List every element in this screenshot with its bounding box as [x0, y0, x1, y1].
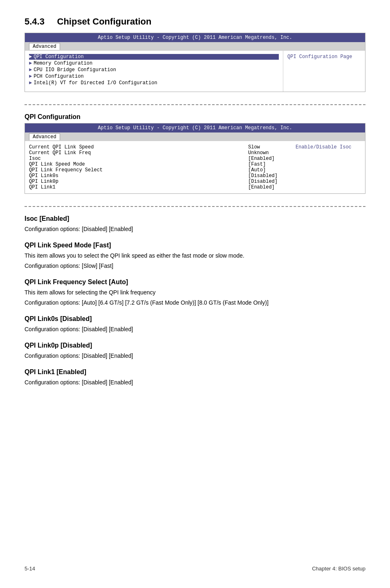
- qpi-row-freq-select-label: QPI Link Frequency Select: [29, 167, 242, 173]
- chipset-menu-item-vt[interactable]: ► Intel(R) VT for Directed I/O Configura…: [29, 80, 279, 86]
- chipset-bios-tab-advanced[interactable]: Advanced: [29, 43, 60, 50]
- chipset-bios-menu: ► QPI Configuration ► Memory Configurati…: [25, 51, 283, 92]
- chipset-menu-item-qpi-label: QPI Configuration: [34, 54, 83, 60]
- qpi-row-freq-select-value[interactable]: [Auto]: [248, 167, 290, 173]
- arrow-icon: ►: [29, 61, 32, 66]
- desc-qpi-link1: QPI Link1 [Enabled] Configuration option…: [25, 368, 365, 387]
- chipset-menu-item-pch[interactable]: ► PCH Configuration: [29, 74, 279, 79]
- desc-qpi-link0p: QPI Link0p [Disabled] Configuration opti…: [25, 342, 365, 360]
- qpi-row-link1-label: QPI Link1: [29, 184, 242, 190]
- chipset-menu-item-qpi[interactable]: ► QPI Configuration: [29, 54, 279, 60]
- desc-qpi-freq-select-options: Configuration options: [Auto] [6.4 GT/s]…: [25, 298, 365, 307]
- arrow-icon: ►: [29, 54, 32, 60]
- desc-qpi-link1-heading: QPI Link1 [Enabled]: [25, 368, 365, 376]
- qpi-row-speed-mode-value[interactable]: [Fast]: [248, 162, 290, 167]
- qpi-bios-values: Slow Unknown [Enabled] [Fast] [Auto] [Di…: [247, 141, 291, 193]
- desc-qpi-freq-select-text: This item allows for selecting the QPI l…: [25, 288, 365, 297]
- desc-qpi-link0s-heading: QPI Link0s [Disabled]: [25, 315, 365, 323]
- desc-qpi-speed-mode: QPI Link Speed Mode [Fast] This item all…: [25, 242, 365, 270]
- desc-qpi-freq-select-heading: QPI Link Frequency Select [Auto]: [25, 278, 365, 286]
- chipset-menu-item-memory-label: Memory Configuration: [34, 61, 92, 66]
- desc-qpi-link0p-options: Configuration options: [Disabled] [Enabl…: [25, 352, 365, 360]
- desc-qpi-link1-options: Configuration options: [Disabled] [Enabl…: [25, 378, 365, 387]
- chipset-bios-screen: Aptio Setup Utility - Copyright (C) 2011…: [25, 33, 365, 92]
- chipset-menu-item-pch-label: PCH Configuration: [34, 74, 83, 79]
- page-footer: 5-14 Chapter 4: BIOS setup: [25, 566, 365, 572]
- desc-qpi-link0s: QPI Link0s [Disabled] Configuration opti…: [25, 315, 365, 334]
- desc-qpi-speed-mode-text: This item allows you to select the QPI l…: [25, 251, 365, 260]
- qpi-row-current-speed-value: Slow: [248, 144, 290, 150]
- qpi-row-isoc-value[interactable]: [Enabled]: [248, 156, 290, 162]
- qpi-row-link0p-label: QPI Link0p: [29, 179, 242, 184]
- qpi-row-link1-value[interactable]: [Enabled]: [248, 184, 290, 190]
- footer-page-number: 5-14: [25, 566, 35, 572]
- qpi-bios-header: Aptio Setup Utility - Copyright (C) 2011…: [25, 123, 365, 132]
- chipset-bios-help: QPI Configuration Page: [283, 51, 365, 92]
- chipset-bios-tab-row: Advanced: [25, 42, 365, 51]
- desc-isoc-heading: Isoc [Enabled]: [25, 215, 365, 222]
- qpi-row-link0p-value[interactable]: [Disabled]: [248, 179, 290, 184]
- desc-qpi-speed-mode-options: Configuration options: [Slow] [Fast]: [25, 262, 365, 270]
- qpi-row-current-freq-value: Unknown: [248, 150, 290, 156]
- dashed-divider-1: [25, 104, 365, 105]
- qpi-row-isoc-label: Isoc: [29, 156, 242, 162]
- desc-isoc-options: Configuration options: [Disabled] [Enabl…: [25, 225, 365, 233]
- chipset-menu-item-vt-label: Intel(R) VT for Directed I/O Configurati…: [34, 80, 157, 86]
- desc-qpi-link0p-heading: QPI Link0p [Disabled]: [25, 342, 365, 349]
- dashed-divider-2: [25, 206, 365, 207]
- qpi-bios-tab-advanced[interactable]: Advanced: [29, 133, 60, 140]
- qpi-row-current-speed-label: Current QPI Link Speed: [29, 144, 242, 150]
- arrow-icon: ►: [29, 80, 32, 86]
- footer-chapter: Chapter 4: BIOS setup: [312, 566, 365, 572]
- qpi-bios-help: Enable/Disable Isoc: [291, 141, 365, 193]
- chipset-menu-item-cpu-iio[interactable]: ► CPU IIO Bridge Configuration: [29, 67, 279, 73]
- chipset-bios-header: Aptio Setup Utility - Copyright (C) 2011…: [25, 33, 365, 42]
- chipset-menu-item-cpu-iio-label: CPU IIO Bridge Configuration: [34, 67, 116, 73]
- qpi-bios-labels: Current QPI Link Speed Current QPI Link …: [25, 141, 247, 193]
- qpi-row-current-freq-label: Current QPI Link Freq: [29, 150, 242, 156]
- desc-qpi-freq-select: QPI Link Frequency Select [Auto] This it…: [25, 278, 365, 307]
- section-title: Chipset Configuration: [57, 16, 152, 27]
- desc-qpi-link0s-options: Configuration options: [Disabled] [Enabl…: [25, 325, 365, 334]
- desc-qpi-speed-mode-heading: QPI Link Speed Mode [Fast]: [25, 242, 365, 249]
- qpi-row-link0s-label: QPI Link0s: [29, 173, 242, 179]
- arrow-icon: ►: [29, 67, 32, 73]
- qpi-bios-screen: Aptio Setup Utility - Copyright (C) 2011…: [25, 123, 365, 194]
- qpi-bios-body: Current QPI Link Speed Current QPI Link …: [25, 141, 365, 193]
- qpi-row-link0s-value[interactable]: [Disabled]: [248, 173, 290, 179]
- chipset-bios-body: ► QPI Configuration ► Memory Configurati…: [25, 51, 365, 92]
- arrow-icon: ►: [29, 74, 32, 79]
- desc-isoc: Isoc [Enabled] Configuration options: [D…: [25, 215, 365, 233]
- qpi-row-speed-mode-label: QPI Link Speed Mode: [29, 162, 242, 167]
- chipset-menu-item-memory[interactable]: ► Memory Configuration: [29, 61, 279, 66]
- section-number: 5.4.3: [25, 16, 45, 27]
- section-heading: 5.4.3 Chipset Configuration: [25, 16, 365, 27]
- qpi-bios-tab-row: Advanced: [25, 132, 365, 141]
- qpi-section-heading: QPI Configuration: [25, 113, 365, 121]
